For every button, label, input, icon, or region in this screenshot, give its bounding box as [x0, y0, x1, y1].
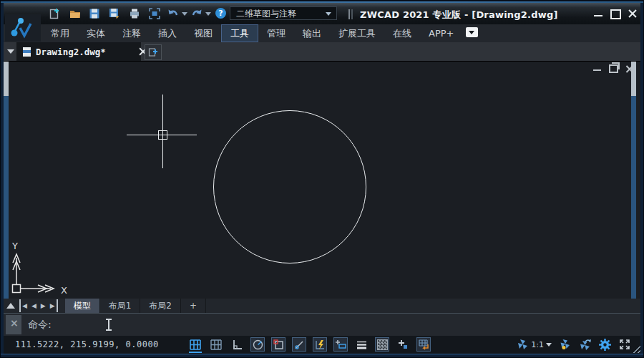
open-folder-icon[interactable] [69, 7, 82, 20]
dwg-file-icon [22, 47, 31, 57]
new-document-icon [148, 47, 158, 57]
workspace-label: 二维草图与注释 [236, 9, 296, 19]
ucs-y-label: Y [12, 241, 18, 251]
zwcad-logo[interactable] [5, 14, 41, 42]
redo-dropdown-caret[interactable] [205, 12, 211, 16]
tab-app-plus[interactable]: APP+ [420, 24, 462, 42]
selection-cycling-icon[interactable] [333, 337, 348, 352]
annotation-scale-value: 1:1 [531, 340, 544, 349]
point-filter-icon[interactable] [396, 337, 410, 352]
right-scrollbar[interactable] [631, 62, 636, 299]
document-tab[interactable]: Drawing2.dwg* [16, 42, 141, 61]
annotation-visibility-icon[interactable] [557, 337, 572, 352]
layout-tabs: 模型 布局1 布局2 + [65, 299, 206, 313]
command-close-button[interactable] [6, 315, 21, 334]
tab-output[interactable]: 输出 [294, 24, 330, 42]
grid-display-icon[interactable] [188, 337, 203, 352]
coordinates-readout: 111.5222, 215.9199, 0.0000 [15, 339, 159, 349]
layout-popup-icon[interactable] [6, 303, 15, 309]
tab-tools[interactable]: 工具 [221, 24, 258, 42]
tab-view[interactable]: 视图 [185, 24, 221, 42]
redo-icon[interactable] [190, 7, 203, 20]
annotation-scale-control[interactable]: 1:1 [517, 339, 552, 350]
tab-solid[interactable]: 实体 [78, 24, 114, 42]
layout-tab-layout1[interactable]: 布局1 [100, 299, 141, 313]
workspace-selector[interactable]: 二维草图与注释 [230, 6, 337, 20]
command-line[interactable]: 命令: [4, 313, 640, 336]
ribbon-collapse-button[interactable] [466, 27, 478, 37]
document-tab-bar: Drawing2.dwg* [4, 42, 640, 61]
doc-close-button[interactable] [625, 64, 634, 73]
tab-express-tools[interactable]: 扩展工具 [330, 24, 384, 42]
tab-annotate[interactable]: 注释 [114, 24, 150, 42]
window-border-bottom [1, 354, 643, 354]
layout-tab-bar: ◀ ◀ ▶ ▶ 模型 布局1 布局2 + [4, 299, 640, 313]
plot-preview-icon[interactable] [148, 7, 161, 20]
document-tab-label: Drawing2.dwg* [36, 47, 106, 57]
status-right-controls: 1:1 [517, 337, 632, 352]
ortho-mode-icon[interactable] [230, 337, 244, 352]
print-icon[interactable] [128, 7, 141, 20]
new-file-icon[interactable] [48, 7, 61, 20]
undo-dropdown-caret[interactable] [182, 12, 187, 16]
tab-manage[interactable]: 管理 [258, 24, 294, 42]
window-title: ZWCAD 2021 专业版 - [Drawing2.dwg] [360, 9, 558, 21]
maximize-button[interactable] [610, 9, 621, 19]
next-layout-button[interactable]: ▶ [41, 299, 46, 312]
object-snap-icon[interactable] [271, 337, 286, 352]
zwcad-window: ? 二维草图与注释 ZWCAD 2021 专业版 - [Drawing2.dwg… [0, 0, 644, 358]
chevron-down-icon [326, 12, 331, 16]
toolbar-separator [348, 9, 353, 19]
snap-grid-icon[interactable] [209, 337, 223, 352]
close-button[interactable] [628, 9, 637, 18]
tab-insert[interactable]: 插入 [150, 24, 185, 42]
add-layout-button[interactable]: + [181, 299, 206, 313]
settings-gear-icon[interactable] [597, 337, 612, 352]
save-as-icon[interactable] [108, 7, 121, 20]
save-icon[interactable] [88, 7, 101, 20]
drawing-viewport[interactable]: Y X [4, 61, 640, 299]
circle-entity[interactable] [213, 110, 366, 263]
undo-icon[interactable] [167, 7, 180, 20]
ucs-x-label: X [61, 285, 67, 296]
dynamic-input-icon[interactable] [313, 337, 327, 352]
auto-annotation-scale-icon[interactable] [577, 337, 592, 352]
layout-tab-layout2[interactable]: 布局2 [140, 299, 181, 313]
status-toggle-icons [188, 337, 431, 352]
doc-restore-button[interactable] [609, 64, 618, 73]
help-icon[interactable]: ? [215, 8, 226, 19]
tab-home[interactable]: 常用 [42, 24, 78, 42]
layout-tab-model[interactable]: 模型 [65, 299, 100, 313]
titlebar: ? 二维草图与注释 ZWCAD 2021 专业版 - [Drawing2.dwg… [4, 3, 640, 24]
object-snap-tracking-icon[interactable] [292, 337, 306, 352]
minimize-button[interactable] [594, 15, 602, 16]
last-layout-button[interactable]: ▶ [50, 299, 58, 312]
ribbon-tabs: 常用 实体 注释 插入 视图 工具 管理 输出 扩展工具 在线 APP+ [42, 24, 462, 42]
prev-layout-button[interactable]: ◀ [31, 299, 36, 312]
document-list-dropdown-icon[interactable] [7, 49, 14, 54]
lineweight-display-icon[interactable] [354, 337, 369, 352]
transparency-icon[interactable] [375, 337, 389, 352]
tab-online[interactable]: 在线 [384, 24, 420, 42]
fullscreen-icon[interactable] [618, 337, 632, 352]
crosshair-pickbox [158, 130, 167, 140]
ribbon-tab-bar: 常用 实体 注释 插入 视图 工具 管理 输出 扩展工具 在线 APP+ [4, 24, 640, 42]
doc-minimize-button[interactable] [593, 69, 601, 71]
text-cursor [108, 319, 109, 330]
status-bar: 111.5222, 215.9199, 0.0000 [4, 336, 640, 354]
polar-tracking-icon[interactable] [250, 337, 265, 352]
annotation-scale-icon [517, 339, 529, 350]
first-layout-button[interactable]: ◀ [19, 299, 27, 312]
chevron-down-icon [546, 343, 552, 347]
command-prompt: 命令: [28, 319, 52, 332]
left-scrollbar-thumb[interactable] [4, 62, 9, 96]
annotation-monitor-icon[interactable] [416, 337, 431, 352]
new-document-button[interactable] [145, 44, 162, 60]
